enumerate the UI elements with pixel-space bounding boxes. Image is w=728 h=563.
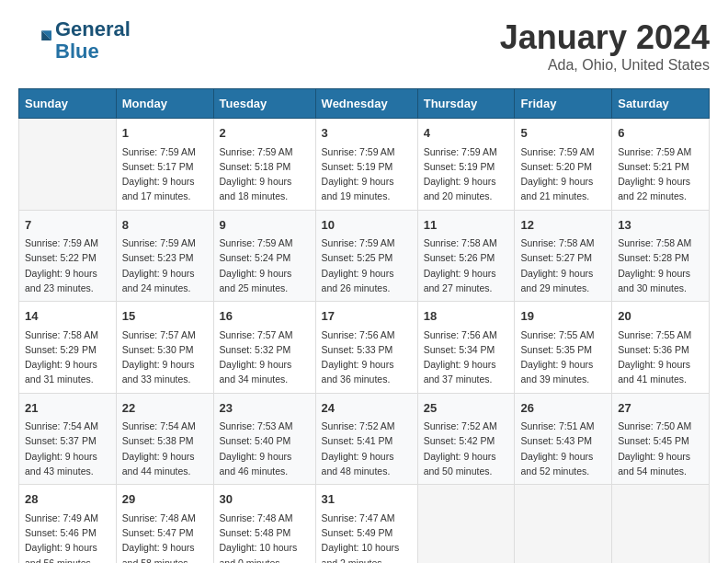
day-info: Sunrise: 7:55 AMSunset: 5:36 PMDaylight:… xyxy=(618,327,703,387)
day-number: 19 xyxy=(520,307,606,326)
calendar-cell: 17Sunrise: 7:56 AMSunset: 5:33 PMDayligh… xyxy=(315,302,417,394)
day-info: Sunrise: 7:59 AMSunset: 5:22 PMDaylight:… xyxy=(25,236,110,295)
day-number: 29 xyxy=(122,490,208,509)
day-info: Sunrise: 7:58 AMSunset: 5:27 PMDaylight:… xyxy=(520,236,606,295)
logo-text: General Blue xyxy=(55,18,131,63)
calendar-cell xyxy=(19,119,117,211)
day-number: 6 xyxy=(618,124,703,143)
logo-line1: General xyxy=(55,17,131,40)
calendar-cell xyxy=(417,485,515,563)
header-row: SundayMondayTuesdayWednesdayThursdayFrid… xyxy=(19,89,710,119)
day-number: 11 xyxy=(424,216,509,235)
week-row-3: 14Sunrise: 7:58 AMSunset: 5:29 PMDayligh… xyxy=(19,302,710,394)
calendar-cell: 28Sunrise: 7:49 AMSunset: 5:46 PMDayligh… xyxy=(19,485,117,563)
calendar-header: SundayMondayTuesdayWednesdayThursdayFrid… xyxy=(19,89,710,119)
day-info: Sunrise: 7:53 AMSunset: 5:40 PMDaylight:… xyxy=(220,419,310,478)
week-row-5: 28Sunrise: 7:49 AMSunset: 5:46 PMDayligh… xyxy=(19,485,710,563)
day-info: Sunrise: 7:59 AMSunset: 5:19 PMDaylight:… xyxy=(322,144,412,204)
calendar-cell: 6Sunrise: 7:59 AMSunset: 5:21 PMDaylight… xyxy=(612,119,710,211)
calendar-cell: 20Sunrise: 7:55 AMSunset: 5:36 PMDayligh… xyxy=(612,302,710,394)
day-number: 23 xyxy=(220,399,310,418)
day-number: 2 xyxy=(220,124,310,143)
calendar-cell: 19Sunrise: 7:55 AMSunset: 5:35 PMDayligh… xyxy=(515,302,612,394)
day-info: Sunrise: 7:49 AMSunset: 5:46 PMDaylight:… xyxy=(25,511,110,563)
calendar-cell: 30Sunrise: 7:48 AMSunset: 5:48 PMDayligh… xyxy=(213,485,315,563)
calendar-cell: 25Sunrise: 7:52 AMSunset: 5:42 PMDayligh… xyxy=(417,393,515,485)
calendar-cell: 5Sunrise: 7:59 AMSunset: 5:20 PMDaylight… xyxy=(515,119,612,211)
day-number: 17 xyxy=(322,307,412,326)
day-info: Sunrise: 7:59 AMSunset: 5:18 PMDaylight:… xyxy=(220,144,310,204)
day-number: 10 xyxy=(322,216,412,235)
logo-icon xyxy=(18,24,51,57)
column-header-monday: Monday xyxy=(116,89,213,119)
calendar-table: SundayMondayTuesdayWednesdayThursdayFrid… xyxy=(18,88,710,563)
day-info: Sunrise: 7:55 AMSunset: 5:35 PMDaylight:… xyxy=(520,327,606,387)
day-info: Sunrise: 7:59 AMSunset: 5:25 PMDaylight:… xyxy=(322,236,412,295)
calendar-cell: 18Sunrise: 7:56 AMSunset: 5:34 PMDayligh… xyxy=(417,302,515,394)
logo-line2: Blue xyxy=(55,40,99,63)
calendar-cell: 12Sunrise: 7:58 AMSunset: 5:27 PMDayligh… xyxy=(515,210,612,302)
day-info: Sunrise: 7:57 AMSunset: 5:32 PMDaylight:… xyxy=(220,327,310,387)
day-info: Sunrise: 7:58 AMSunset: 5:26 PMDaylight:… xyxy=(424,236,509,295)
calendar-cell: 1Sunrise: 7:59 AMSunset: 5:17 PMDaylight… xyxy=(116,119,213,211)
calendar-cell: 27Sunrise: 7:50 AMSunset: 5:45 PMDayligh… xyxy=(612,393,710,485)
day-number: 14 xyxy=(25,307,110,326)
calendar-cell: 24Sunrise: 7:52 AMSunset: 5:41 PMDayligh… xyxy=(315,393,417,485)
day-number: 24 xyxy=(322,399,412,418)
day-info: Sunrise: 7:59 AMSunset: 5:21 PMDaylight:… xyxy=(618,144,703,204)
day-number: 12 xyxy=(520,216,606,235)
day-info: Sunrise: 7:52 AMSunset: 5:42 PMDaylight:… xyxy=(424,419,509,478)
day-info: Sunrise: 7:59 AMSunset: 5:23 PMDaylight:… xyxy=(122,236,208,295)
calendar-cell: 21Sunrise: 7:54 AMSunset: 5:37 PMDayligh… xyxy=(19,393,117,485)
day-info: Sunrise: 7:51 AMSunset: 5:43 PMDaylight:… xyxy=(520,419,606,478)
day-info: Sunrise: 7:58 AMSunset: 5:28 PMDaylight:… xyxy=(618,236,703,295)
day-info: Sunrise: 7:50 AMSunset: 5:45 PMDaylight:… xyxy=(618,419,703,478)
calendar-cell xyxy=(515,485,612,563)
day-number: 22 xyxy=(122,399,208,418)
week-row-2: 7Sunrise: 7:59 AMSunset: 5:22 PMDaylight… xyxy=(19,210,710,302)
calendar-cell: 11Sunrise: 7:58 AMSunset: 5:26 PMDayligh… xyxy=(417,210,515,302)
week-row-4: 21Sunrise: 7:54 AMSunset: 5:37 PMDayligh… xyxy=(19,393,710,485)
calendar-cell: 23Sunrise: 7:53 AMSunset: 5:40 PMDayligh… xyxy=(213,393,315,485)
day-info: Sunrise: 7:59 AMSunset: 5:19 PMDaylight:… xyxy=(424,144,509,204)
calendar-cell xyxy=(612,485,710,563)
day-number: 30 xyxy=(220,490,310,509)
day-number: 1 xyxy=(122,124,208,143)
title-block: January 2024 Ada, Ohio, United States xyxy=(500,18,710,74)
calendar-cell: 4Sunrise: 7:59 AMSunset: 5:19 PMDaylight… xyxy=(417,119,515,211)
calendar-cell: 8Sunrise: 7:59 AMSunset: 5:23 PMDaylight… xyxy=(116,210,213,302)
day-info: Sunrise: 7:59 AMSunset: 5:20 PMDaylight:… xyxy=(520,144,606,204)
day-number: 26 xyxy=(520,399,606,418)
day-info: Sunrise: 7:56 AMSunset: 5:33 PMDaylight:… xyxy=(322,327,412,387)
column-header-saturday: Saturday xyxy=(612,89,710,119)
day-info: Sunrise: 7:59 AMSunset: 5:24 PMDaylight:… xyxy=(220,236,310,295)
day-number: 5 xyxy=(520,124,606,143)
day-number: 9 xyxy=(220,216,310,235)
day-number: 7 xyxy=(25,216,110,235)
day-number: 16 xyxy=(220,307,310,326)
week-row-1: 1Sunrise: 7:59 AMSunset: 5:17 PMDaylight… xyxy=(19,119,710,211)
day-number: 27 xyxy=(618,399,703,418)
day-number: 18 xyxy=(424,307,509,326)
day-info: Sunrise: 7:58 AMSunset: 5:29 PMDaylight:… xyxy=(25,327,110,387)
day-number: 28 xyxy=(25,490,110,509)
calendar-cell: 14Sunrise: 7:58 AMSunset: 5:29 PMDayligh… xyxy=(19,302,117,394)
day-number: 3 xyxy=(322,124,412,143)
calendar-cell: 15Sunrise: 7:57 AMSunset: 5:30 PMDayligh… xyxy=(116,302,213,394)
calendar-cell: 2Sunrise: 7:59 AMSunset: 5:18 PMDaylight… xyxy=(213,119,315,211)
day-number: 8 xyxy=(122,216,208,235)
calendar-cell: 29Sunrise: 7:48 AMSunset: 5:47 PMDayligh… xyxy=(116,485,213,563)
calendar-cell: 9Sunrise: 7:59 AMSunset: 5:24 PMDaylight… xyxy=(213,210,315,302)
day-info: Sunrise: 7:57 AMSunset: 5:30 PMDaylight:… xyxy=(122,327,208,387)
calendar-title: January 2024 xyxy=(500,18,710,57)
day-info: Sunrise: 7:54 AMSunset: 5:37 PMDaylight:… xyxy=(25,419,110,478)
page-header: General Blue January 2024 Ada, Ohio, Uni… xyxy=(18,18,710,74)
column-header-thursday: Thursday xyxy=(417,89,515,119)
day-info: Sunrise: 7:56 AMSunset: 5:34 PMDaylight:… xyxy=(424,327,509,387)
calendar-cell: 3Sunrise: 7:59 AMSunset: 5:19 PMDaylight… xyxy=(315,119,417,211)
calendar-cell: 26Sunrise: 7:51 AMSunset: 5:43 PMDayligh… xyxy=(515,393,612,485)
day-info: Sunrise: 7:47 AMSunset: 5:49 PMDaylight:… xyxy=(322,511,412,563)
day-info: Sunrise: 7:48 AMSunset: 5:48 PMDaylight:… xyxy=(220,511,310,563)
column-header-sunday: Sunday xyxy=(19,89,117,119)
calendar-cell: 7Sunrise: 7:59 AMSunset: 5:22 PMDaylight… xyxy=(19,210,117,302)
